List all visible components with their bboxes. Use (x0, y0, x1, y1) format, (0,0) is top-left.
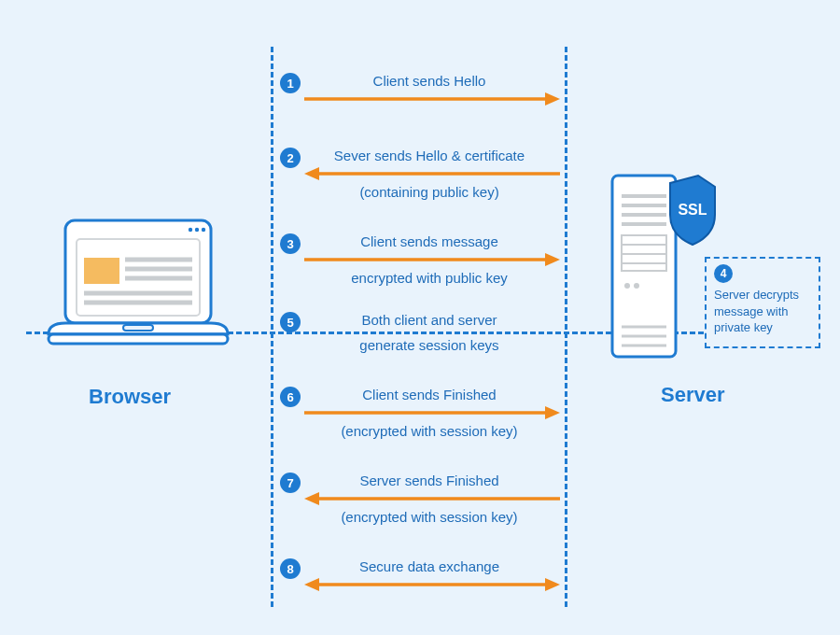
step-2-line1: Sever sends Hello & certificate (299, 148, 560, 165)
svg-marker-33 (545, 253, 560, 266)
step-6-badge: 6 (280, 387, 301, 407)
step-1: 1 Client sends Hello (280, 73, 560, 91)
ssl-handshake-diagram: Browser SSL Server 4 Server dec (0, 0, 840, 635)
step-2-line2: (containing public key) (299, 184, 560, 202)
step-8: 8 Secure data exchange (280, 558, 560, 576)
step-6-line1: Client sends Finished (299, 387, 560, 404)
svg-marker-29 (545, 92, 560, 106)
svg-marker-37 (304, 492, 319, 505)
svg-point-24 (634, 283, 639, 289)
arrow-left-icon (304, 164, 560, 183)
step-4-callout: 4 Server decrypts message with private k… (705, 257, 820, 348)
step-4-badge: 4 (714, 264, 733, 283)
arrow-double-icon (304, 575, 560, 594)
svg-point-3 (189, 228, 192, 232)
browser-label: Browser (89, 385, 171, 409)
arrow-right-icon (304, 90, 560, 108)
step-5-badge: 5 (280, 312, 301, 332)
svg-rect-13 (123, 325, 153, 331)
step-1-badge: 1 (280, 73, 301, 93)
browser-icon (45, 215, 231, 364)
step-8-text: Secure data exchange (299, 558, 560, 576)
step-6-line2: (encrypted with session key) (299, 423, 560, 441)
arrow-left-icon (304, 489, 560, 508)
arrow-right-icon (304, 403, 560, 422)
svg-marker-35 (545, 406, 560, 419)
step-3-line2: encrypted with public key (299, 270, 560, 288)
step-7-badge: 7 (280, 473, 301, 493)
step-5-line1: Both client and server (299, 312, 560, 330)
svg-point-1 (202, 228, 205, 232)
svg-marker-40 (545, 578, 560, 591)
step-5: 5 Both client and server generate sessio… (280, 312, 560, 355)
step-6: 6 Client sends Finished (encrypted with … (280, 387, 560, 441)
ssl-badge-text: SSL (678, 202, 707, 218)
step-3-line1: Client sends message (299, 233, 560, 251)
step-7-line2: (encrypted with session key) (299, 509, 560, 527)
step-7-line1: Server sends Finished (299, 473, 560, 490)
server-lane (565, 47, 567, 607)
step-7: 7 Server sends Finished (encrypted with … (280, 473, 560, 527)
step-8-badge: 8 (280, 558, 301, 579)
svg-marker-31 (304, 167, 319, 180)
svg-rect-5 (84, 258, 119, 284)
arrow-right-icon (304, 250, 560, 269)
step-5-line2: generate session keys (299, 337, 560, 355)
step-4-text: Server decrypts message with private key (714, 287, 811, 336)
svg-point-23 (624, 283, 630, 289)
svg-point-2 (195, 228, 199, 232)
svg-marker-39 (304, 578, 319, 591)
step-1-text: Client sends Hello (299, 73, 560, 91)
step-2-badge: 2 (280, 148, 301, 168)
svg-rect-12 (49, 334, 228, 344)
step-3-badge: 3 (280, 233, 301, 254)
server-label: Server (661, 383, 725, 407)
browser-lane (271, 47, 273, 607)
server-icon: SSL (605, 168, 717, 364)
step-2: 2 Sever sends Hello & certificate (conta… (280, 148, 560, 202)
step-3: 3 Client sends message encrypted with pu… (280, 233, 560, 288)
